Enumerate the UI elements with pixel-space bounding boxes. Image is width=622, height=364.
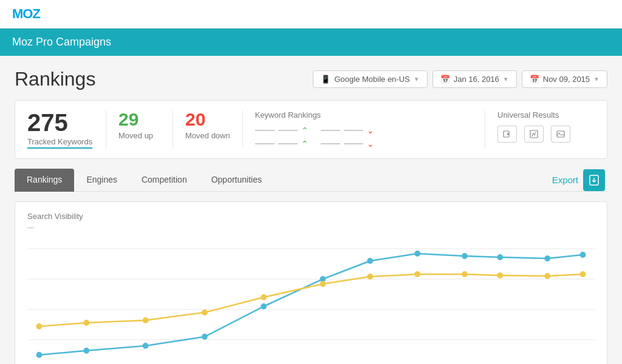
moved-down-number: 20: [185, 110, 230, 129]
page-title: Rankings: [15, 68, 95, 90]
tracked-keywords-number: 275: [27, 110, 94, 135]
kr-col-2: ⌄ ⌄: [321, 126, 374, 149]
tab-opportunities[interactable]: Opportunities: [199, 169, 274, 192]
engine-filter-label: Google Mobile en-US: [334, 75, 409, 84]
kr-line-7: [321, 143, 340, 144]
keyword-rankings-title: Keyword Rankings: [255, 110, 473, 120]
chevron-down-icon-2: ▼: [503, 76, 509, 83]
svg-point-14: [261, 303, 267, 309]
tracked-keywords-block: 275 Tracked Keywords: [27, 110, 106, 149]
ur-icon-map: [524, 126, 544, 143]
moved-up-number: 29: [118, 110, 160, 129]
date1-filter-label: Jan 16, 2016: [454, 75, 499, 84]
svg-point-21: [580, 252, 586, 258]
svg-point-16: [367, 258, 373, 264]
moved-up-label: Moved up: [118, 131, 160, 140]
svg-point-24: [143, 317, 149, 323]
svg-point-29: [414, 271, 420, 277]
calendar-icon-2: 📅: [530, 75, 539, 84]
kr-row-4: ⌄: [321, 139, 374, 149]
moved-down-block: 20 Moved down: [173, 110, 243, 149]
arrow-down-icon-2: ⌄: [367, 139, 374, 149]
tabs-row: Rankings Engines Competition Opportuniti…: [15, 169, 607, 192]
date2-filter-label: Nov 09, 2015: [543, 75, 590, 84]
arrow-up-icon-1: ⌃: [301, 126, 309, 135]
moved-up-block: 29 Moved up: [106, 110, 173, 149]
arrow-down-icon-1: ⌄: [367, 126, 374, 135]
page-title-row: Rankings 📱 Google Mobile en-US ▼ 📅 Jan 1…: [15, 68, 607, 90]
kr-line-4: [278, 143, 298, 144]
svg-point-33: [580, 271, 586, 277]
kr-row-1: ⌃: [255, 126, 309, 135]
tab-rankings[interactable]: Rankings: [15, 169, 74, 192]
engine-filter-btn[interactable]: 📱 Google Mobile en-US ▼: [313, 70, 427, 88]
ur-row-1: [497, 126, 583, 143]
kr-line-3: [255, 143, 275, 144]
svg-point-11: [83, 348, 89, 354]
svg-point-18: [462, 253, 468, 259]
export-icon: [583, 169, 605, 191]
top-nav: MOZ: [0, 0, 622, 29]
campaign-title: Moz Pro Campaigns: [12, 36, 111, 48]
mobile-icon: 📱: [321, 75, 330, 84]
svg-point-17: [414, 251, 420, 257]
kr-col-1: ⌃ ⌃: [255, 126, 309, 149]
kr-line-6: [344, 130, 363, 131]
chevron-down-icon: ▼: [414, 76, 420, 83]
chevron-down-icon-3: ▼: [593, 76, 600, 83]
svg-point-23: [83, 320, 89, 326]
campaign-header: Moz Pro Campaigns: [0, 29, 622, 56]
date1-filter-btn[interactable]: 📅 Jan 16, 2016 ▼: [432, 70, 517, 88]
tab-competition[interactable]: Competition: [129, 169, 199, 192]
arrow-up-icon-2: ⌃: [301, 139, 309, 149]
svg-point-26: [261, 294, 267, 300]
tracked-keywords-label: Tracked Keywords: [27, 137, 92, 149]
svg-point-27: [320, 281, 326, 287]
universal-results-block: Universal Results: [485, 110, 595, 149]
main-content: Rankings 📱 Google Mobile en-US ▼ 📅 Jan 1…: [0, 56, 622, 364]
svg-point-20: [544, 255, 550, 261]
line-chart-svg: [27, 237, 595, 358]
moz-logo: MOZ: [12, 6, 40, 21]
svg-point-31: [497, 272, 503, 278]
date2-filter-btn[interactable]: 📅 Nov 09, 2015 ▼: [522, 70, 607, 88]
universal-results-title: Universal Results: [497, 110, 583, 120]
svg-point-32: [544, 273, 550, 279]
svg-point-13: [202, 334, 208, 340]
svg-point-12: [143, 343, 149, 349]
svg-point-28: [367, 274, 373, 280]
chart-section: Search Visibility —: [15, 201, 607, 364]
chart-container: [27, 237, 595, 358]
svg-point-30: [462, 271, 468, 277]
export-button[interactable]: Export: [552, 169, 605, 191]
export-label: Export: [552, 175, 578, 185]
filter-row: 📱 Google Mobile en-US ▼ 📅 Jan 16, 2016 ▼…: [313, 70, 607, 88]
kr-row-3: ⌄: [321, 126, 374, 135]
ur-icon-image: [551, 126, 570, 143]
keyword-rankings-block: Keyword Rankings ⌃ ⌃: [243, 110, 485, 149]
svg-point-10: [36, 352, 43, 358]
kr-line-8: [344, 143, 363, 144]
kr-line-5: [321, 130, 340, 131]
keyword-rankings-rows: ⌃ ⌃ ⌄: [255, 126, 473, 149]
kr-row-2: ⌃: [255, 139, 309, 149]
kr-line-1: [255, 130, 275, 131]
chart-sublabel: —: [27, 223, 595, 231]
svg-point-25: [202, 309, 208, 315]
stats-card: 275 Tracked Keywords 29 Moved up 20 Move…: [15, 100, 607, 159]
tab-engines[interactable]: Engines: [74, 169, 129, 192]
chart-label: Search Visibility: [27, 212, 595, 221]
svg-rect-3: [557, 131, 564, 137]
svg-point-19: [497, 254, 503, 260]
calendar-icon: 📅: [440, 75, 450, 84]
kr-line-2: [278, 130, 298, 131]
svg-point-22: [36, 323, 43, 329]
moved-down-label: Moved down: [185, 131, 230, 140]
ur-icon-video: [497, 126, 517, 143]
